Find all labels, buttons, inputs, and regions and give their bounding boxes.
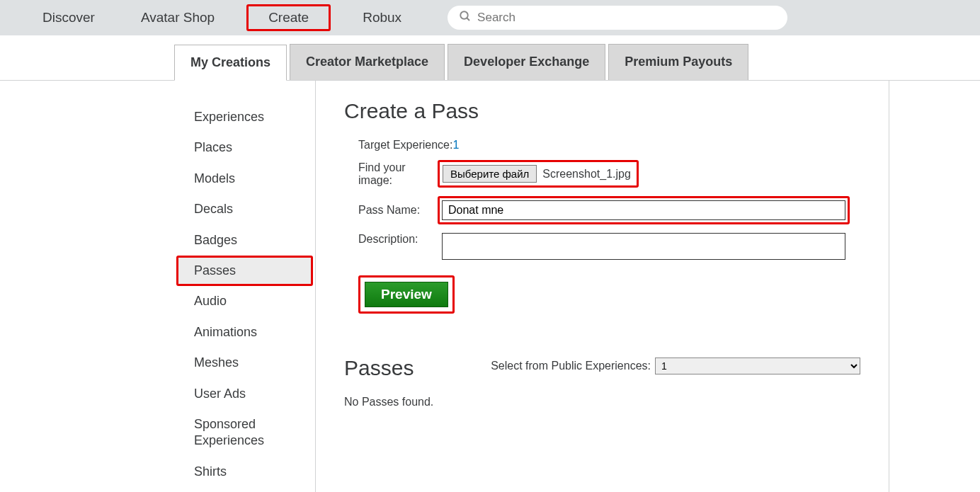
description-input[interactable] bbox=[442, 233, 845, 260]
target-experience-label: Target Experience: bbox=[344, 139, 452, 151]
tab-developer-exchange[interactable]: Developer Exchange bbox=[448, 44, 605, 80]
select-experience-label: Select from Public Experiences: bbox=[491, 360, 651, 372]
search-wrap bbox=[448, 6, 787, 30]
sidebar-item-tshirts[interactable]: T-Shirts bbox=[174, 487, 315, 492]
pass-name-input-wrap bbox=[438, 196, 850, 224]
pass-name-label: Pass Name: bbox=[344, 204, 438, 217]
description-row: Description: bbox=[344, 233, 860, 260]
sidebar-item-places[interactable]: Places bbox=[174, 132, 315, 163]
pass-name-input[interactable] bbox=[442, 200, 845, 220]
tab-premium-payouts[interactable]: Premium Payouts bbox=[608, 44, 748, 80]
file-name-text: Screenshot_1.jpg bbox=[542, 168, 631, 181]
pass-name-row: Pass Name: bbox=[344, 196, 860, 224]
preview-button-wrap: Preview bbox=[358, 275, 455, 314]
sidebar: Experiences Places Models Decals Badges … bbox=[174, 81, 316, 492]
top-nav: Discover Avatar Shop Create Robux bbox=[0, 0, 980, 35]
select-experience-row: Select from Public Experiences: 1 bbox=[344, 357, 860, 374]
tab-creator-marketplace[interactable]: Creator Marketplace bbox=[290, 44, 445, 80]
nav-create[interactable]: Create bbox=[246, 4, 331, 31]
search-input[interactable] bbox=[477, 11, 776, 25]
nav-discover[interactable]: Discover bbox=[28, 4, 109, 31]
sidebar-item-experiences[interactable]: Experiences bbox=[174, 102, 315, 132]
preview-button[interactable]: Preview bbox=[365, 282, 448, 307]
svg-point-0 bbox=[460, 11, 468, 19]
sidebar-item-shirts[interactable]: Shirts bbox=[174, 457, 315, 487]
sidebar-item-user-ads[interactable]: User Ads bbox=[174, 379, 315, 409]
tabs-row: My Creations Creator Marketplace Develop… bbox=[0, 44, 980, 81]
page-title: Create a Pass bbox=[344, 99, 860, 123]
no-passes-text: No Passes found. bbox=[344, 396, 860, 408]
choose-file-button[interactable]: Выберите файл bbox=[443, 165, 537, 183]
sidebar-item-passes[interactable]: Passes bbox=[176, 256, 313, 286]
sidebar-item-animations[interactable]: Animations bbox=[174, 317, 315, 348]
target-experience-link[interactable]: 1 bbox=[452, 139, 459, 151]
tab-my-creations[interactable]: My Creations bbox=[174, 45, 287, 81]
sidebar-item-models[interactable]: Models bbox=[174, 164, 315, 194]
main-content: Create a Pass Target Experience: 1 Find … bbox=[316, 81, 889, 492]
sidebar-item-sponsored-experiences[interactable]: Sponsored Experiences bbox=[174, 409, 315, 457]
select-experience-dropdown[interactable]: 1 bbox=[655, 357, 860, 374]
svg-line-1 bbox=[467, 18, 469, 21]
find-image-label: Find your image: bbox=[344, 161, 438, 187]
content-wrap: Experiences Places Models Decals Badges … bbox=[0, 81, 980, 492]
file-input-wrap: Выберите файл Screenshot_1.jpg bbox=[438, 160, 639, 188]
sidebar-item-decals[interactable]: Decals bbox=[174, 194, 315, 224]
find-image-row: Find your image: Выберите файл Screensho… bbox=[344, 160, 860, 188]
sidebar-item-badges[interactable]: Badges bbox=[174, 225, 315, 256]
search-icon bbox=[459, 10, 472, 25]
target-experience-row: Target Experience: 1 bbox=[344, 139, 860, 151]
sidebar-item-meshes[interactable]: Meshes bbox=[174, 348, 315, 378]
nav-robux[interactable]: Robux bbox=[348, 4, 416, 31]
sidebar-item-audio[interactable]: Audio bbox=[174, 286, 315, 316]
nav-avatar-shop[interactable]: Avatar Shop bbox=[127, 4, 229, 31]
description-label: Description: bbox=[344, 233, 442, 246]
